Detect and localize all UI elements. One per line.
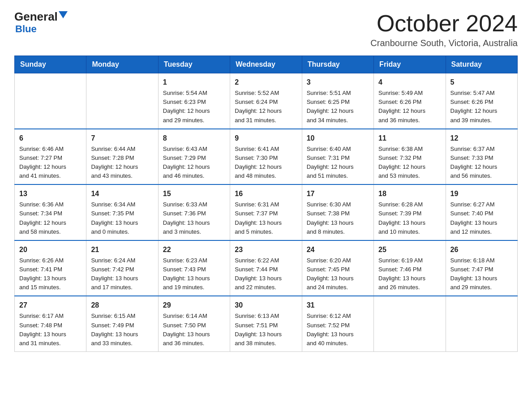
calendar-cell: 9Sunrise: 6:41 AM Sunset: 7:30 PM Daylig… (230, 129, 302, 185)
day-info: Sunrise: 5:49 AM Sunset: 6:26 PM Dayligh… (378, 89, 441, 125)
day-info: Sunrise: 6:13 AM Sunset: 7:51 PM Dayligh… (235, 312, 297, 348)
day-number: 25 (378, 244, 441, 255)
calendar-cell: 27Sunrise: 6:17 AM Sunset: 7:48 PM Dayli… (15, 296, 86, 351)
logo-blue: Blue (15, 23, 37, 35)
day-info: Sunrise: 6:40 AM Sunset: 7:31 PM Dayligh… (307, 145, 369, 181)
calendar-cell (15, 73, 86, 129)
day-info: Sunrise: 6:30 AM Sunset: 7:38 PM Dayligh… (307, 200, 369, 236)
calendar-week-row: 6Sunrise: 6:46 AM Sunset: 7:27 PM Daylig… (15, 129, 518, 185)
day-info: Sunrise: 6:26 AM Sunset: 7:41 PM Dayligh… (19, 256, 82, 292)
day-number: 3 (307, 77, 369, 88)
day-info: Sunrise: 6:43 AM Sunset: 7:29 PM Dayligh… (163, 145, 225, 181)
day-info: Sunrise: 6:27 AM Sunset: 7:40 PM Dayligh… (450, 200, 513, 236)
header-tuesday: Tuesday (158, 56, 230, 73)
day-number: 22 (163, 244, 225, 255)
calendar-cell: 7Sunrise: 6:44 AM Sunset: 7:28 PM Daylig… (86, 129, 158, 185)
calendar-cell: 24Sunrise: 6:20 AM Sunset: 7:45 PM Dayli… (302, 240, 373, 296)
calendar-cell: 17Sunrise: 6:30 AM Sunset: 7:38 PM Dayli… (302, 184, 373, 240)
day-info: Sunrise: 6:36 AM Sunset: 7:34 PM Dayligh… (19, 200, 82, 236)
logo-triangle-icon (59, 11, 68, 18)
calendar-week-row: 20Sunrise: 6:26 AM Sunset: 7:41 PM Dayli… (15, 240, 518, 296)
calendar-cell: 14Sunrise: 6:34 AM Sunset: 7:35 PM Dayli… (86, 184, 158, 240)
day-info: Sunrise: 6:22 AM Sunset: 7:44 PM Dayligh… (235, 256, 297, 292)
day-info: Sunrise: 6:19 AM Sunset: 7:46 PM Dayligh… (378, 256, 441, 292)
day-number: 7 (91, 133, 153, 144)
day-number: 11 (378, 133, 441, 144)
day-info: Sunrise: 6:14 AM Sunset: 7:50 PM Dayligh… (163, 312, 225, 348)
day-number: 28 (91, 300, 153, 311)
calendar-cell: 15Sunrise: 6:33 AM Sunset: 7:36 PM Dayli… (158, 184, 230, 240)
calendar-cell: 13Sunrise: 6:36 AM Sunset: 7:34 PM Dayli… (15, 184, 86, 240)
calendar-cell: 19Sunrise: 6:27 AM Sunset: 7:40 PM Dayli… (446, 184, 517, 240)
title-area: October 2024 Cranbourne South, Victoria,… (370, 11, 518, 48)
day-info: Sunrise: 6:33 AM Sunset: 7:36 PM Dayligh… (163, 200, 225, 236)
header-thursday: Thursday (302, 56, 373, 73)
header-monday: Monday (86, 56, 158, 73)
calendar-cell: 28Sunrise: 6:15 AM Sunset: 7:49 PM Dayli… (86, 296, 158, 351)
calendar-cell: 20Sunrise: 6:26 AM Sunset: 7:41 PM Dayli… (15, 240, 86, 296)
day-number: 14 (91, 188, 153, 199)
calendar-cell: 5Sunrise: 5:47 AM Sunset: 6:26 PM Daylig… (446, 73, 517, 129)
calendar-cell: 11Sunrise: 6:38 AM Sunset: 7:32 PM Dayli… (374, 129, 446, 185)
logo-general: General (14, 11, 58, 22)
day-number: 31 (307, 300, 369, 311)
calendar-cell: 22Sunrise: 6:23 AM Sunset: 7:43 PM Dayli… (158, 240, 230, 296)
calendar-cell: 26Sunrise: 6:18 AM Sunset: 7:47 PM Dayli… (446, 240, 517, 296)
day-info: Sunrise: 5:52 AM Sunset: 6:24 PM Dayligh… (235, 89, 297, 125)
day-info: Sunrise: 6:17 AM Sunset: 7:48 PM Dayligh… (19, 312, 82, 348)
day-number: 29 (163, 300, 225, 311)
day-number: 20 (19, 244, 82, 255)
header-saturday: Saturday (446, 56, 517, 73)
day-number: 6 (19, 133, 82, 144)
calendar-cell: 18Sunrise: 6:28 AM Sunset: 7:39 PM Dayli… (374, 184, 446, 240)
calendar-week-row: 13Sunrise: 6:36 AM Sunset: 7:34 PM Dayli… (15, 184, 518, 240)
day-info: Sunrise: 6:18 AM Sunset: 7:47 PM Dayligh… (450, 256, 513, 292)
day-number: 10 (307, 133, 369, 144)
calendar-cell: 21Sunrise: 6:24 AM Sunset: 7:42 PM Dayli… (86, 240, 158, 296)
location-title: Cranbourne South, Victoria, Australia (370, 38, 518, 48)
day-number: 16 (235, 188, 297, 199)
calendar-cell: 3Sunrise: 5:51 AM Sunset: 6:25 PM Daylig… (302, 73, 373, 129)
day-info: Sunrise: 6:12 AM Sunset: 7:52 PM Dayligh… (307, 312, 369, 348)
day-number: 17 (307, 188, 369, 199)
day-info: Sunrise: 6:31 AM Sunset: 7:37 PM Dayligh… (235, 200, 297, 236)
calendar-cell: 1Sunrise: 5:54 AM Sunset: 6:23 PM Daylig… (158, 73, 230, 129)
day-number: 27 (19, 300, 82, 311)
day-number: 1 (163, 77, 225, 88)
calendar-week-row: 27Sunrise: 6:17 AM Sunset: 7:48 PM Dayli… (15, 296, 518, 351)
day-info: Sunrise: 6:37 AM Sunset: 7:33 PM Dayligh… (450, 145, 513, 181)
day-number: 5 (450, 77, 513, 88)
header-friday: Friday (374, 56, 446, 73)
day-info: Sunrise: 6:41 AM Sunset: 7:30 PM Dayligh… (235, 145, 297, 181)
day-number: 18 (378, 188, 441, 199)
calendar-header-row: SundayMondayTuesdayWednesdayThursdayFrid… (15, 56, 518, 73)
month-title: October 2024 (370, 11, 518, 36)
day-number: 4 (378, 77, 441, 88)
calendar-cell: 10Sunrise: 6:40 AM Sunset: 7:31 PM Dayli… (302, 129, 373, 185)
day-info: Sunrise: 6:44 AM Sunset: 7:28 PM Dayligh… (91, 145, 153, 181)
day-number: 24 (307, 244, 369, 255)
day-number: 13 (19, 188, 82, 199)
calendar-cell: 12Sunrise: 6:37 AM Sunset: 7:33 PM Dayli… (446, 129, 517, 185)
day-number: 9 (235, 133, 297, 144)
day-info: Sunrise: 6:23 AM Sunset: 7:43 PM Dayligh… (163, 256, 225, 292)
calendar-cell: 16Sunrise: 6:31 AM Sunset: 7:37 PM Dayli… (230, 184, 302, 240)
calendar-table: SundayMondayTuesdayWednesdayThursdayFrid… (14, 56, 518, 352)
day-info: Sunrise: 6:20 AM Sunset: 7:45 PM Dayligh… (307, 256, 369, 292)
day-number: 21 (91, 244, 153, 255)
calendar-cell: 23Sunrise: 6:22 AM Sunset: 7:44 PM Dayli… (230, 240, 302, 296)
calendar-cell: 6Sunrise: 6:46 AM Sunset: 7:27 PM Daylig… (15, 129, 86, 185)
day-info: Sunrise: 6:46 AM Sunset: 7:27 PM Dayligh… (19, 145, 82, 181)
day-number: 30 (235, 300, 297, 311)
day-number: 23 (235, 244, 297, 255)
calendar-cell: 8Sunrise: 6:43 AM Sunset: 7:29 PM Daylig… (158, 129, 230, 185)
calendar-cell: 29Sunrise: 6:14 AM Sunset: 7:50 PM Dayli… (158, 296, 230, 351)
calendar-cell: 25Sunrise: 6:19 AM Sunset: 7:46 PM Dayli… (374, 240, 446, 296)
day-number: 15 (163, 188, 225, 199)
day-number: 26 (450, 244, 513, 255)
day-info: Sunrise: 5:51 AM Sunset: 6:25 PM Dayligh… (307, 89, 369, 125)
day-info: Sunrise: 6:15 AM Sunset: 7:49 PM Dayligh… (91, 312, 153, 348)
day-number: 12 (450, 133, 513, 144)
calendar-cell (86, 73, 158, 129)
day-info: Sunrise: 6:28 AM Sunset: 7:39 PM Dayligh… (378, 200, 441, 236)
